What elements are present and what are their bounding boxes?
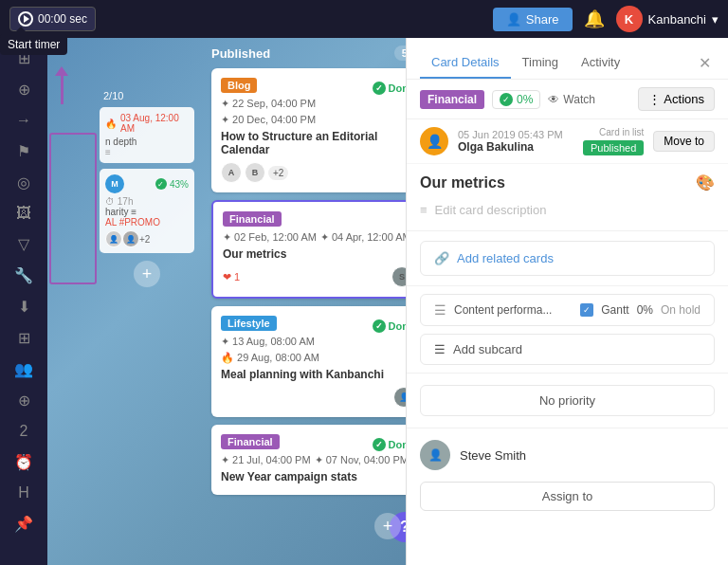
share-icon: 👤	[506, 12, 521, 27]
related-cards-label: Add related cards	[457, 251, 554, 265]
tab-activity[interactable]: Activity	[570, 47, 631, 79]
card-tag-label: Financial	[420, 90, 484, 109]
actions-label: Actions	[664, 92, 704, 106]
user-menu[interactable]: K Kanbanchi ▾	[616, 6, 719, 32]
card-tag-blog: Blog	[221, 78, 257, 93]
sidebar-icon-download[interactable]: ⬇	[14, 294, 34, 319]
card-main-title: Our metrics	[420, 174, 505, 191]
sidebar-icon-tool[interactable]: 🔧	[10, 263, 37, 288]
content-performance-row[interactable]: ☰ Content performa... ✓ Gantt 0% On hold	[420, 294, 715, 326]
share-button[interactable]: 👤 Share	[493, 8, 573, 31]
mini-card-title-1: n depth	[105, 137, 189, 147]
card-info-bar: Financial ✓ 0% 👁 Watch ⋮ Actions	[407, 80, 728, 119]
assignee-avatar: 👤	[420, 440, 450, 470]
gantt-label: Gantt	[601, 303, 628, 317]
content-label: Content performa...	[454, 303, 573, 317]
card-lifestyle-meal[interactable]: Lifestyle ✓ Done ✦ 13 Aug, 08:00 AM 🔥 29…	[211, 306, 406, 417]
palette-icon[interactable]: 🎨	[696, 173, 715, 191]
assignee-name: Steve Smith	[460, 448, 526, 463]
check-circle-icon: ✓	[373, 82, 386, 95]
avatar: K	[616, 6, 643, 32]
sidebar-icon-plus-circle[interactable]: ⊕	[14, 388, 34, 413]
author-avatar: 👤	[420, 127, 448, 155]
sidebar-icon-number[interactable]: 2	[16, 419, 32, 444]
card-tag-financial-1: Financial	[223, 211, 282, 227]
percent-value: 0%	[517, 93, 533, 106]
card-title-1: How to Structure an Editorial Calendar	[221, 130, 406, 156]
card-avatar-3: 👤	[393, 387, 406, 408]
column-name-published: Published	[211, 46, 270, 61]
user-name: Kanbanchi	[648, 12, 706, 27]
column-count-published: 5/1	[394, 46, 406, 61]
add-card-button-left[interactable]: +	[134, 261, 160, 287]
sidebar-icon-arrow[interactable]: →	[12, 108, 35, 133]
assign-to-button[interactable]: Assign to	[420, 482, 715, 511]
actions-button[interactable]: ⋮ Actions	[638, 87, 715, 111]
link-circle-icon: 🔗	[434, 251, 449, 265]
card-financial-newyear[interactable]: Financial ✓ Done ✦ 21 Jul, 04:00 PM ✦ 07…	[211, 425, 406, 495]
add-card-button[interactable]: +	[374, 513, 401, 539]
eye-icon: 👁	[548, 93, 559, 106]
selection-box	[49, 133, 97, 284]
card-dates-4: ✦ 21 Jul, 04:00 PM ✦ 07 Nov, 04:00 PM	[221, 454, 406, 466]
card-avatar-1a: A	[221, 162, 242, 183]
card-in-list-label: Card in list	[599, 127, 644, 137]
gantt-checkbox[interactable]: ✓	[580, 303, 593, 317]
share-label: Share	[526, 12, 559, 27]
card-financial-metrics[interactable]: Financial ✦ 02 Feb, 12:00 AM ✦ 04 Apr, 1…	[211, 200, 406, 299]
timer-label: 00:00 sec	[38, 12, 87, 26]
mini-avatar-m: M	[105, 174, 124, 193]
arrow-head-icon	[55, 66, 68, 76]
right-panel: Card Details Timing Activity ✕ Financial…	[406, 38, 728, 565]
sidebar-icon-table[interactable]: ⊞	[14, 325, 34, 351]
subcard-icon: ☰	[434, 342, 446, 356]
notifications-bell-icon[interactable]: 🔔	[580, 5, 609, 33]
card-dates-1: ✦ 22 Sep, 04:00 PM ✦ 20 Dec, 04:00 PM	[221, 98, 406, 126]
sidebar-icon-pin[interactable]: 📌	[10, 511, 37, 537]
sidebar-icon-hat[interactable]: H	[14, 481, 33, 505]
content-icon: ☰	[434, 302, 446, 318]
card-meta: 👤 05 Jun 2019 05:43 PM Olga Bakulina Car…	[407, 119, 728, 164]
published-column: Published 5/1 Blog ✓ Done ✦ 22 Sep, 04:0…	[204, 38, 406, 565]
meta-user: Olga Bakulina	[458, 140, 563, 154]
card-avatar-2: S	[391, 266, 406, 287]
sidebar-icon-link[interactable]: ⊕	[14, 77, 34, 102]
card-dates-3: ✦ 13 Aug, 08:00 AM 🔥 29 Aug, 08:00 AM	[221, 336, 406, 364]
sidebar-icon-image[interactable]: 🖼	[12, 201, 35, 226]
card-blog-editorial[interactable]: Blog ✓ Done ✦ 22 Sep, 04:00 PM ✦ 20 Dec,…	[211, 68, 406, 192]
published-badge: Published	[583, 140, 644, 155]
left-sidebar: ⊞ ⊕ → ⚑ ◎ 🖼 ▽ 🔧 ⬇ ⊞ 👥 ⊕ 2 ⏰ H 📌	[0, 38, 47, 565]
card-footer-1: A B +2	[221, 162, 406, 183]
check-circle-icon-3: ✓	[373, 319, 386, 333]
move-to-button[interactable]: Move to	[653, 131, 715, 152]
card-title-3: Meal planning with Kanbanchi	[221, 368, 406, 381]
tooltip-arrow	[13, 27, 28, 34]
card-description[interactable]: ≡ Edit card description	[407, 201, 728, 227]
sidebar-icon-clock[interactable]: ⏰	[10, 449, 37, 475]
card-dates-2: ✦ 02 Feb, 12:00 AM ✦ 04 Apr, 12:00 AM	[223, 231, 406, 244]
meta-date: 05 Jun 2019 05:43 PM	[458, 129, 563, 140]
done-badge: ✓ Done	[373, 82, 407, 95]
dots-icon: ⋮	[648, 92, 661, 106]
close-panel-button[interactable]: ✕	[695, 50, 715, 76]
start-timer-tooltip: Start timer	[0, 34, 67, 55]
card-footer-3: 👤	[221, 387, 406, 408]
mini-card-avatar-2: 👤	[122, 230, 139, 247]
gantt-percent: 0%	[637, 303, 653, 317]
assignee-section: 👤 Steve Smith	[407, 432, 728, 478]
tab-timing[interactable]: Timing	[511, 47, 571, 79]
percent-badge: ✓ 0%	[492, 90, 540, 109]
done-badge-3: ✓ Done	[373, 319, 407, 333]
sidebar-icon-filter[interactable]: ▽	[14, 231, 33, 257]
watch-label: Watch	[563, 93, 595, 106]
sidebar-icon-flag[interactable]: ⚑	[13, 138, 34, 164]
sidebar-icon-users[interactable]: 👥	[10, 356, 37, 382]
watch-button[interactable]: 👁 Watch	[548, 93, 595, 106]
tab-card-details[interactable]: Card Details	[420, 47, 511, 79]
priority-button[interactable]: No priority	[420, 385, 715, 416]
sidebar-icon-circle[interactable]: ◎	[13, 170, 34, 195]
card-avatar-1b: B	[245, 162, 265, 183]
add-subcard-button[interactable]: ☰ Add subcard	[420, 334, 715, 365]
lines-icon: ≡	[420, 203, 428, 217]
add-related-cards-button[interactable]: 🔗 Add related cards	[420, 241, 715, 276]
